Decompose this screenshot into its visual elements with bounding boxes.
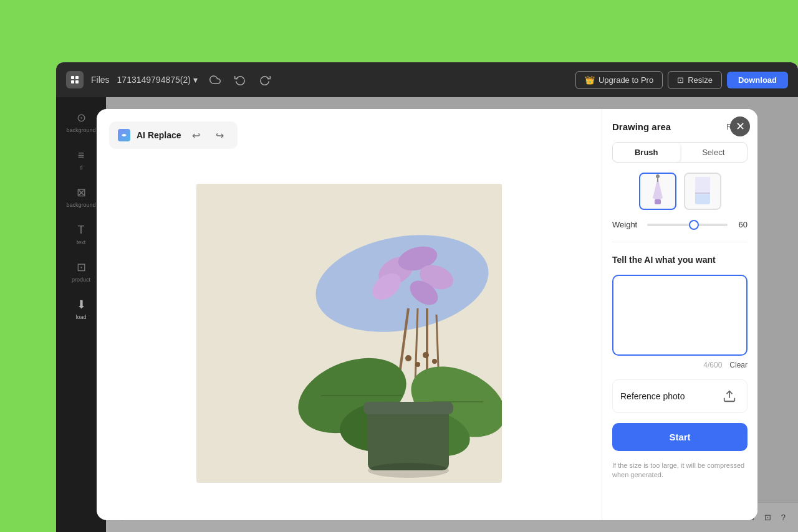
download-button[interactable]: Download bbox=[727, 72, 788, 88]
modal-title-bar: AI Replace ↩ ↪ bbox=[109, 121, 238, 149]
brush-option-2[interactable] bbox=[684, 173, 721, 210]
drawing-canvas[interactable] bbox=[109, 159, 589, 508]
brush-option-1[interactable] bbox=[639, 173, 676, 210]
toolbar-right: 👑 Upgrade to Pro ⊡ Resize Download bbox=[575, 71, 788, 89]
cloud-save-button[interactable] bbox=[205, 70, 225, 90]
modal-right-panel: Drawing area Reset Brush Select bbox=[602, 109, 757, 520]
toolbar: Files 1713149794875(2) ▾ bbox=[56, 62, 798, 97]
filename-label: 1713149794875(2) ▾ bbox=[117, 75, 198, 85]
svg-rect-1 bbox=[75, 76, 79, 79]
weight-value: 60 bbox=[734, 220, 748, 229]
svg-point-24 bbox=[405, 355, 411, 361]
modal-left-panel: AI Replace ↩ ↪ bbox=[97, 109, 602, 520]
resize-icon: ⊡ bbox=[677, 75, 684, 85]
tool-tabs: Brush Select bbox=[612, 142, 748, 163]
modal-overlay: ✕ AI Replace ↩ ↪ bbox=[56, 97, 798, 532]
modal-undo-button[interactable]: ↩ bbox=[188, 126, 205, 144]
svg-point-30 bbox=[656, 174, 660, 178]
char-count: 4/600 bbox=[703, 361, 722, 369]
upgrade-button[interactable]: 👑 Upgrade to Pro bbox=[575, 71, 663, 89]
brush-tools bbox=[612, 173, 748, 210]
divider-1 bbox=[612, 242, 748, 242]
textarea-footer: 4/600 Clear bbox=[612, 361, 748, 369]
ai-prompt-title: Tell the AI what you want bbox=[612, 255, 748, 265]
resize-button[interactable]: ⊡ Resize bbox=[668, 71, 722, 89]
undo-button[interactable] bbox=[230, 70, 250, 90]
svg-rect-3 bbox=[75, 80, 79, 83]
weight-slider[interactable] bbox=[647, 224, 728, 226]
upload-reference-button[interactable] bbox=[719, 386, 739, 406]
svg-point-23 bbox=[368, 463, 449, 478]
clear-button[interactable]: Clear bbox=[729, 361, 748, 369]
ai-replace-icon bbox=[118, 129, 130, 141]
toolbar-left: Files 1713149794875(2) ▾ bbox=[66, 70, 568, 90]
reference-photo-label: Reference photo bbox=[620, 391, 685, 401]
redo-button[interactable] bbox=[255, 70, 275, 90]
brush-tab[interactable]: Brush bbox=[613, 143, 680, 162]
svg-rect-32 bbox=[695, 193, 710, 204]
svg-rect-0 bbox=[71, 76, 74, 79]
modal-close-button[interactable]: ✕ bbox=[730, 116, 750, 136]
start-button[interactable]: Start bbox=[612, 423, 748, 451]
svg-rect-29 bbox=[655, 199, 661, 204]
crown-icon: 👑 bbox=[585, 75, 595, 85]
svg-marker-33 bbox=[695, 177, 710, 194]
svg-rect-2 bbox=[71, 80, 74, 83]
app-logo bbox=[66, 71, 84, 88]
compress-note: If the size is too large, it will be com… bbox=[612, 461, 748, 480]
weight-label: Weight bbox=[612, 220, 641, 229]
modal-header: AI Replace ↩ ↪ bbox=[109, 121, 589, 149]
ai-textarea-container: 4/600 Clear bbox=[612, 275, 748, 369]
svg-rect-21 bbox=[368, 405, 449, 470]
ai-prompt-input[interactable] bbox=[612, 275, 748, 356]
plant-image bbox=[196, 184, 502, 483]
svg-point-27 bbox=[432, 359, 437, 364]
reference-photo-row: Reference photo bbox=[612, 379, 748, 413]
toolbar-actions bbox=[205, 70, 275, 90]
ai-replace-modal: ✕ AI Replace ↩ ↪ bbox=[97, 109, 757, 520]
svg-point-25 bbox=[415, 362, 420, 367]
modal-title: AI Replace bbox=[137, 130, 181, 140]
svg-point-26 bbox=[423, 352, 429, 358]
files-label[interactable]: Files bbox=[91, 75, 110, 85]
select-tab[interactable]: Select bbox=[680, 143, 748, 162]
drawing-area-header: Drawing area Reset bbox=[612, 121, 748, 132]
modal-redo-button[interactable]: ↪ bbox=[211, 126, 229, 144]
drawing-area-title: Drawing area bbox=[612, 121, 671, 132]
svg-rect-22 bbox=[363, 402, 453, 414]
weight-section: Weight 60 bbox=[612, 220, 748, 229]
